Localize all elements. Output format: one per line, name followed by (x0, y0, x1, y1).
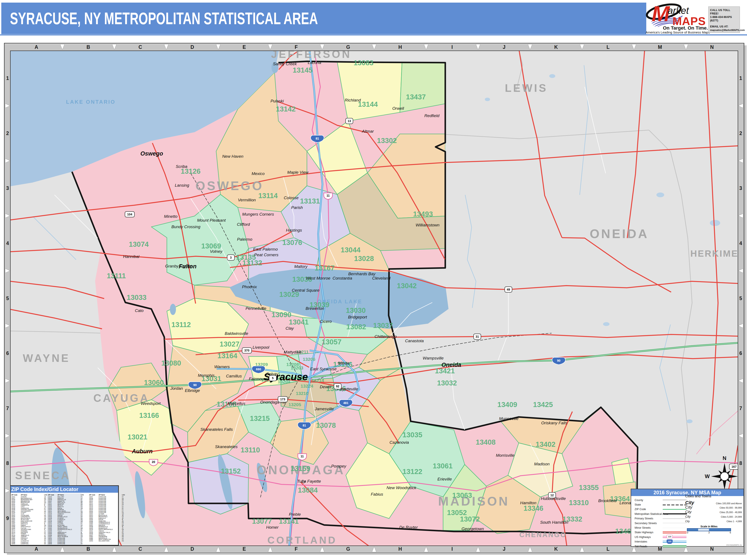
state-route-shield: 370 (242, 348, 252, 353)
legend-cities-title: Cities and Towns (685, 494, 742, 498)
zip-label: 13042 (397, 282, 417, 290)
zip-label: 13082 (346, 323, 366, 331)
state-route-shield: 3 (227, 255, 234, 260)
zip-label: 13084 (298, 486, 318, 494)
scale-title: Scale in Miles (687, 525, 731, 528)
grid-row-label: 8 (740, 460, 742, 466)
grid-column-label: A (34, 44, 38, 50)
zip-label: 13215 (250, 415, 270, 422)
town-label: Richland (345, 98, 361, 102)
city-class-desc: Cities 25,000 - 49,999 (720, 511, 742, 513)
shield-number: 81 (315, 137, 319, 140)
zip-label: 13131 (300, 197, 320, 205)
county-label: LEWIS (505, 82, 548, 94)
zip-label: 13206 (303, 357, 315, 362)
town-label: East Palermo (253, 247, 278, 251)
legend-item-label: Minor Streets (635, 526, 662, 529)
zip-label: 13044 (341, 246, 361, 254)
legend-item-label: Secondary Streets (635, 522, 662, 525)
shield-number: 167 (731, 465, 737, 469)
town-label: Mexico (252, 171, 264, 176)
zip-index-title: ZIP Code Index/Grid Locator (11, 486, 78, 492)
town-label: Lacona (308, 60, 321, 65)
legend-city-class: CityCities 100,000 and Above (685, 500, 742, 505)
city-label: Oneida (441, 362, 461, 368)
town-label: Williamstown (416, 223, 440, 227)
town-label: Maple View (287, 170, 309, 175)
zip-label: 13159 (290, 464, 310, 473)
town-label: Erieville (437, 477, 452, 481)
zip-label: 13027 (220, 340, 239, 348)
index-zip-name: WILLIAMSTOWN (99, 540, 109, 542)
town-label: Hannibal (123, 254, 139, 259)
water-label: LAKE ONTARIO (66, 99, 115, 105)
town-label: Palermo (237, 237, 253, 242)
grid-column-label: G (346, 44, 350, 50)
town-label: Bundy Crossing (172, 224, 201, 229)
town-label: Warners (214, 365, 230, 369)
map-content: LAKE ONTARIOONEIDA LAKE JEFFERSONLEWISOS… (9, 48, 746, 548)
state-route-shield: 167 (729, 464, 739, 470)
shield-number: 481 (343, 401, 349, 405)
compass-letter: W (705, 473, 710, 479)
town-label: Minetto (164, 214, 177, 219)
town-label: Sandy Creek (273, 61, 297, 66)
zip-index-box: ZIP Code Index/Grid Locator ZIP CodeZIP … (9, 486, 125, 545)
zip-label: 13041 (289, 318, 309, 326)
town-label: Baldwinsville (225, 331, 248, 336)
zip-label: 13030 (346, 306, 366, 314)
town-label: Homer (266, 525, 279, 530)
shield-number: 90 (557, 359, 561, 362)
shield-number: 11 (327, 194, 330, 197)
grid-row-label: 7 (6, 405, 9, 411)
legend-item-label: ZIP Code (635, 508, 662, 511)
city-class-desc: Cities 5,000 - 24,999 (721, 515, 742, 518)
index-zip-loc: F6 (81, 543, 82, 544)
grid-row-label: 6 (6, 350, 9, 356)
county-label: HERKIMER (690, 248, 746, 259)
town-label: Memphis (198, 373, 215, 378)
legend-item-sample (663, 545, 687, 547)
ushwy-shield-sample: 123 (667, 535, 673, 539)
town-label: Minoa (338, 361, 349, 365)
zip-label: 13205 (288, 402, 301, 407)
town-label: Cicero (320, 319, 332, 324)
zip-label: 13110 (240, 446, 260, 454)
legend-item-sample (663, 522, 687, 524)
legend-item-sample (663, 518, 687, 519)
town-label: Parish (291, 205, 303, 210)
town-label: Jordan (170, 386, 183, 391)
grid-column-label: E (242, 546, 246, 552)
zip-label: 13355 (579, 483, 599, 491)
town-label: New Woodstock (386, 485, 416, 490)
legend-item-label: County (635, 499, 662, 502)
shield-number: 5 (272, 376, 274, 380)
town-label: Clay (286, 326, 294, 330)
grid-column-label: N (710, 44, 714, 50)
legend-line-items: CountyStateZIP CodeMetropolitan Statisti… (635, 498, 687, 549)
town-label: Cazenovia (389, 440, 409, 445)
grid-column-label: J (503, 546, 506, 552)
grid-row-label: 5 (6, 296, 9, 301)
us-route-shield: 20 (149, 459, 158, 466)
town-label: East Syracuse (310, 367, 337, 371)
legend-item-sample: 123 (663, 541, 687, 543)
us-route-shield: 11 (324, 193, 332, 199)
scale-tick: 6 (730, 531, 731, 534)
shield-number: 92 (336, 384, 339, 388)
legend-item-label: Metropolitan Statistical Area (635, 512, 662, 515)
state-route-shield: 5 (269, 375, 277, 381)
town-label: Scriba (176, 164, 187, 169)
grid-row-label: 1 (740, 75, 742, 81)
town-label: Bridgeport (348, 315, 367, 319)
town-label: Pulaski (271, 99, 284, 103)
compass-letter: N (723, 455, 726, 461)
zip-label: 13077 (252, 517, 272, 525)
grid-row-label: 1 (6, 75, 9, 81)
grid-column-label: I (451, 44, 453, 50)
zip-label: 13076 (282, 239, 302, 246)
legend-item-county: County (635, 498, 687, 502)
city-sample: City (685, 515, 705, 518)
frame-shadow-right (744, 45, 747, 554)
town-label: Dewitt (320, 384, 332, 389)
